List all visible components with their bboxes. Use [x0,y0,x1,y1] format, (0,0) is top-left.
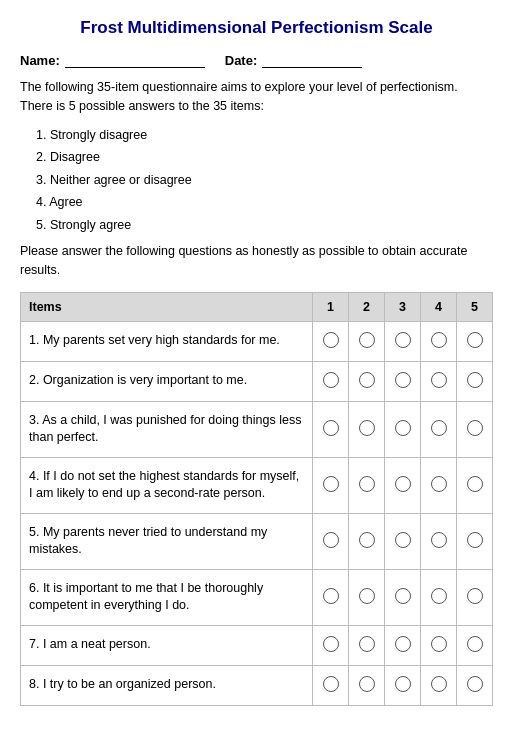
radio-cell-7-2[interactable] [349,625,385,665]
radio-6-5[interactable] [467,588,483,604]
radio-cell-3-5[interactable] [457,401,493,457]
date-underline[interactable] [262,52,362,68]
radio-7-1[interactable] [323,636,339,652]
radio-cell-7-1[interactable] [313,625,349,665]
radio-cell-2-1[interactable] [313,361,349,401]
radio-cell-1-4[interactable] [421,321,457,361]
answer-list: 1. Strongly disagree2. Disagree3. Neithe… [36,124,493,237]
item-text: 4. If I do not set the highest standards… [21,457,313,513]
table-row: 6. It is important to me that I be thoro… [21,569,493,625]
radio-5-3[interactable] [395,532,411,548]
radio-cell-6-3[interactable] [385,569,421,625]
name-underline[interactable] [65,52,205,68]
table-row: 2. Organization is very important to me. [21,361,493,401]
radio-cell-3-2[interactable] [349,401,385,457]
radio-cell-5-4[interactable] [421,513,457,569]
radio-2-4[interactable] [431,372,447,388]
radio-cell-1-3[interactable] [385,321,421,361]
radio-cell-5-2[interactable] [349,513,385,569]
item-text: 1. My parents set very high standards fo… [21,321,313,361]
name-field-group: Name: [20,52,205,68]
radio-2-2[interactable] [359,372,375,388]
radio-cell-3-3[interactable] [385,401,421,457]
radio-4-5[interactable] [467,476,483,492]
radio-2-5[interactable] [467,372,483,388]
radio-cell-6-2[interactable] [349,569,385,625]
radio-cell-8-1[interactable] [313,665,349,705]
item-text: 5. My parents never tried to understand … [21,513,313,569]
radio-cell-5-5[interactable] [457,513,493,569]
radio-3-3[interactable] [395,420,411,436]
answer-item: 4. Agree [36,191,493,214]
radio-cell-2-2[interactable] [349,361,385,401]
radio-7-5[interactable] [467,636,483,652]
radio-1-2[interactable] [359,332,375,348]
radio-3-1[interactable] [323,420,339,436]
please-note: Please answer the following questions as… [20,242,493,280]
radio-3-2[interactable] [359,420,375,436]
radio-cell-2-5[interactable] [457,361,493,401]
radio-cell-5-1[interactable] [313,513,349,569]
radio-8-2[interactable] [359,676,375,692]
table-row: 8. I try to be an organized person. [21,665,493,705]
radio-cell-1-5[interactable] [457,321,493,361]
radio-cell-3-4[interactable] [421,401,457,457]
radio-5-5[interactable] [467,532,483,548]
radio-6-4[interactable] [431,588,447,604]
radio-cell-4-2[interactable] [349,457,385,513]
radio-2-1[interactable] [323,372,339,388]
name-label: Name: [20,53,60,68]
radio-cell-3-1[interactable] [313,401,349,457]
radio-cell-2-4[interactable] [421,361,457,401]
radio-cell-6-4[interactable] [421,569,457,625]
radio-cell-2-3[interactable] [385,361,421,401]
radio-cell-6-1[interactable] [313,569,349,625]
radio-cell-5-3[interactable] [385,513,421,569]
table-row: 7. I am a neat person. [21,625,493,665]
radio-cell-8-5[interactable] [457,665,493,705]
radio-8-3[interactable] [395,676,411,692]
date-label: Date: [225,53,258,68]
radio-7-4[interactable] [431,636,447,652]
radio-cell-4-3[interactable] [385,457,421,513]
radio-cell-8-2[interactable] [349,665,385,705]
item-text: 6. It is important to me that I be thoro… [21,569,313,625]
radio-6-2[interactable] [359,588,375,604]
radio-3-5[interactable] [467,420,483,436]
radio-7-3[interactable] [395,636,411,652]
radio-7-2[interactable] [359,636,375,652]
radio-5-1[interactable] [323,532,339,548]
radio-8-1[interactable] [323,676,339,692]
radio-cell-1-1[interactable] [313,321,349,361]
radio-4-4[interactable] [431,476,447,492]
radio-cell-4-4[interactable] [421,457,457,513]
item-text: 7. I am a neat person. [21,625,313,665]
radio-cell-4-5[interactable] [457,457,493,513]
radio-cell-7-3[interactable] [385,625,421,665]
radio-4-2[interactable] [359,476,375,492]
radio-1-3[interactable] [395,332,411,348]
radio-8-5[interactable] [467,676,483,692]
radio-cell-7-4[interactable] [421,625,457,665]
radio-6-3[interactable] [395,588,411,604]
radio-1-1[interactable] [323,332,339,348]
radio-6-1[interactable] [323,588,339,604]
radio-5-2[interactable] [359,532,375,548]
radio-cell-8-4[interactable] [421,665,457,705]
column-header-4: 4 [421,292,457,321]
radio-4-1[interactable] [323,476,339,492]
radio-cell-1-2[interactable] [349,321,385,361]
radio-4-3[interactable] [395,476,411,492]
radio-1-4[interactable] [431,332,447,348]
radio-5-4[interactable] [431,532,447,548]
radio-3-4[interactable] [431,420,447,436]
radio-2-3[interactable] [395,372,411,388]
table-header-row: Items12345 [21,292,493,321]
column-header-5: 5 [457,292,493,321]
radio-1-5[interactable] [467,332,483,348]
radio-cell-8-3[interactable] [385,665,421,705]
radio-cell-7-5[interactable] [457,625,493,665]
radio-cell-6-5[interactable] [457,569,493,625]
radio-8-4[interactable] [431,676,447,692]
radio-cell-4-1[interactable] [313,457,349,513]
